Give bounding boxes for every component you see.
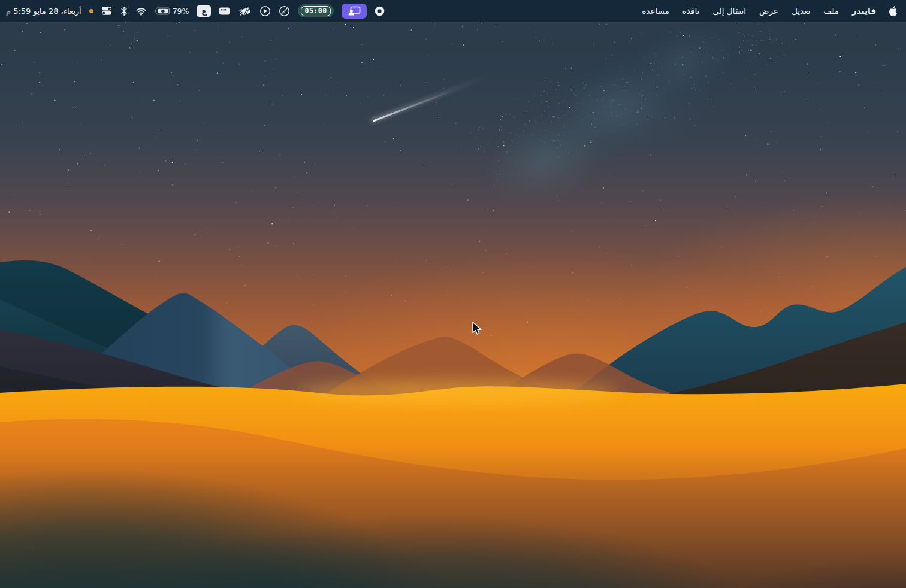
recording-timer-value: 05:00 [301, 6, 330, 16]
screen: أربعاء، 28 مايو 5:59 م [0, 0, 906, 588]
menu-go[interactable]: انتقال إلى [706, 0, 753, 22]
status-cluster: أربعاء، 28 مايو 5:59 م [0, 4, 385, 19]
location-off-menu-item[interactable] [279, 5, 290, 17]
apple-logo-icon [889, 5, 898, 16]
wifi-icon [136, 7, 146, 16]
menu-view[interactable]: عرض [753, 0, 785, 22]
play-menu-item[interactable] [259, 5, 271, 17]
menu-help[interactable]: مساعدة [635, 0, 676, 22]
bluetooth-menu-item[interactable] [120, 6, 128, 16]
menu-window[interactable]: نافذة [676, 0, 706, 22]
location-off-icon [279, 5, 290, 17]
menu-edit[interactable]: تعديل [785, 0, 817, 22]
control-center-icon [101, 6, 112, 16]
menu-file[interactable]: ملف [817, 0, 845, 22]
screen-sharing-indicator[interactable] [342, 4, 367, 19]
battery-charging-icon [154, 7, 170, 15]
recording-indicator-dot [89, 9, 93, 13]
menu-bar: أربعاء، 28 مايو 5:59 م [0, 0, 906, 22]
battery-percentage: 79% [173, 7, 189, 16]
stop-recording-icon [375, 6, 385, 16]
keyboard-viewer-menu-item[interactable] [219, 7, 231, 16]
screen-sharing-icon [348, 6, 361, 16]
recording-timer[interactable]: 05:00 [298, 4, 333, 17]
control-center-menu-item[interactable] [101, 6, 112, 16]
terrain-layers [0, 0, 906, 588]
stop-recording-button[interactable] [375, 6, 385, 16]
app-menus: فايندر ملف تعديل عرض انتقال إلى نافذة مس… [634, 0, 906, 22]
apple-menu[interactable] [883, 0, 906, 22]
keystroke-visualizer-icon [238, 5, 252, 17]
wifi-menu-item[interactable] [136, 7, 146, 16]
battery-menu-item[interactable]: 79% [154, 7, 189, 16]
dune-crest-highlight [297, 380, 620, 404]
keyboard-viewer-icon [219, 7, 231, 16]
keystroke-visualizer-menu-item[interactable] [238, 5, 252, 17]
clock-menu-item[interactable]: أربعاء، 28 مايو 5:59 م [6, 7, 81, 16]
input-source-menu-item[interactable]: ع [197, 5, 211, 17]
play-circle-icon [259, 5, 271, 17]
bluetooth-icon [120, 6, 128, 16]
menu-finder[interactable]: فايندر [845, 0, 883, 22]
desktop-wallpaper[interactable] [0, 0, 906, 588]
